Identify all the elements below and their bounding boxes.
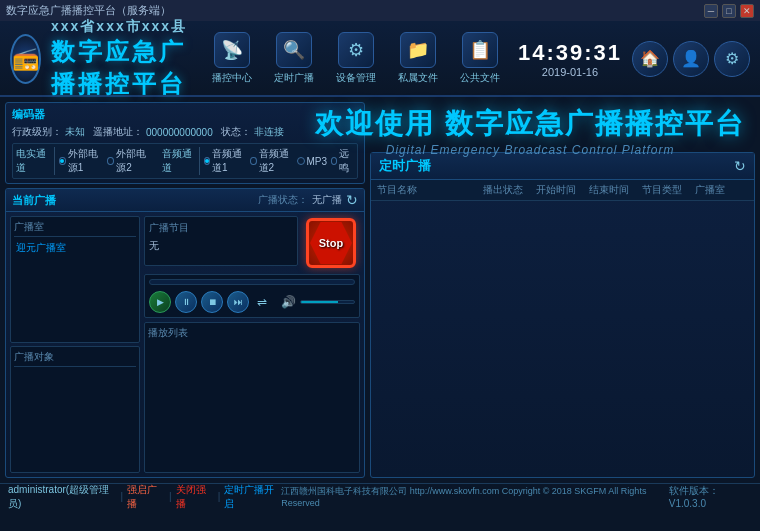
nav-label-private-files: 私属文件: [398, 71, 438, 85]
scheduled-box: 定时广播 ↻ 节目名称 播出状态 开始时间 结束时间 节目类型 广播室: [370, 152, 755, 478]
footer-center: 江西赣州国科电子科技有限公司 http://www.skovfn.com Cop…: [281, 485, 669, 508]
audio-ch1-label: 外部电源1: [68, 147, 104, 175]
repeat-icon[interactable]: ⇌: [257, 295, 267, 309]
footer-user: administrator(超级管理员): [8, 483, 117, 511]
scheduled-refresh-icon[interactable]: ↻: [734, 158, 746, 174]
program-stop-row: 广播节目 无 Stop: [144, 216, 360, 270]
header: 📻 xxx省xxx市xxx县 数字应急广播播控平台 📡 播控中心 🔍 定时广播 …: [0, 22, 760, 97]
sound-mp3-label: MP3: [307, 156, 328, 167]
broadcast-room-item[interactable]: 迎元广播室: [14, 240, 136, 256]
sound-ch2-label: 音频通道2: [259, 147, 293, 175]
radio-sound-ch1[interactable]: 音频通道1: [204, 147, 246, 175]
sound-channels-label: 音频通道: [162, 147, 200, 175]
header-logo: 📻 xxx省xxx市xxx县 数字应急广播播控平台: [10, 18, 204, 100]
welcome-subtitle: Digital Emergency Broadcast Control Plat…: [315, 143, 745, 157]
encoder-title: 编码器: [12, 107, 358, 122]
header-title-platform: 数字应急广播播控平台: [51, 36, 204, 100]
broadcast-title: 当前广播: [12, 193, 56, 208]
stop-container: Stop: [302, 216, 360, 270]
scheduled-title: 定时广播: [379, 157, 431, 175]
encoder-address-value: 000000000000: [146, 127, 213, 138]
footer-scheduled-status: 定时广播开启: [224, 483, 281, 511]
nav-label-device: 设备管理: [336, 71, 376, 85]
broadcast-box: 当前广播 广播状态： 无广播 ↻ 广播室 迎元广播室 广播对象: [5, 188, 365, 478]
footer-link1[interactable]: 强启广播: [127, 483, 165, 511]
broadcast-right: 广播节目 无 Stop: [144, 216, 360, 473]
nav-item-scheduled[interactable]: 🔍 定时广播: [266, 28, 322, 89]
broadcast-refresh-icon[interactable]: ↻: [346, 192, 358, 208]
volume-bar[interactable]: [300, 300, 355, 304]
right-panel: 定时广播 ↻ 节目名称 播出状态 开始时间 结束时间 节目类型 广播室: [370, 102, 755, 478]
user-button[interactable]: 👤: [673, 41, 709, 77]
radio-dot-sch2: [250, 157, 256, 165]
next-button[interactable]: ⏭: [227, 291, 249, 313]
close-button[interactable]: ✕: [740, 4, 754, 18]
scheduled-header: 定时广播 ↻: [371, 153, 754, 180]
playback-controls: ▶ ⏸ ⏹ ⏭ ⇌ 🔊: [149, 291, 355, 313]
program-box: 广播节目 无: [144, 216, 298, 266]
volume-icon: 🔊: [281, 295, 296, 309]
encoder-admin-level: 行政级别： 未知: [12, 125, 85, 139]
encoder-info-row: 行政级别： 未知 遥播地址： 000000000000 状态： 非连接: [12, 125, 358, 139]
radio-audio-ch1[interactable]: 外部电源1: [59, 147, 103, 175]
broadcast-content: 广播室 迎元广播室 广播对象 广播节目 无: [6, 212, 364, 477]
clock-time: 14:39:31: [518, 40, 622, 66]
broadcast-queue-panel: 广播对象: [10, 346, 140, 473]
footer-sep1: |: [121, 491, 124, 502]
encoder-status: 状态： 非连接: [221, 125, 284, 139]
radio-dot-mp3: [297, 157, 305, 165]
maximize-button[interactable]: □: [722, 4, 736, 18]
radio-dot-sch1: [204, 157, 210, 165]
progress-area: ▶ ⏸ ⏹ ⏭ ⇌ 🔊: [144, 274, 360, 318]
settings-button[interactable]: ⚙: [714, 41, 750, 77]
play-button[interactable]: ▶: [149, 291, 171, 313]
pause-button[interactable]: ⏸: [175, 291, 197, 313]
nav-item-public-files[interactable]: 📋 公共文件: [452, 28, 508, 89]
stop-hexagon-label: Stop: [310, 222, 352, 264]
playlist-box: 播放列表: [144, 322, 360, 473]
nav-item-broadcast-control[interactable]: 📡 播控中心: [204, 28, 260, 89]
stop-ctrl-button[interactable]: ⏹: [201, 291, 223, 313]
footer-version: 软件版本：V1.0.3.0: [669, 484, 752, 509]
col-header-start: 开始时间: [536, 183, 589, 197]
encoder-address: 遥播地址： 000000000000: [93, 125, 213, 139]
col-header-status: 播出状态: [483, 183, 536, 197]
encoder-channels: 电实通道 外部电源1 外部电源2 音频通道 音频通道1: [12, 143, 358, 179]
broadcast-left: 广播室 迎元广播室 广播对象: [10, 216, 140, 473]
stop-button[interactable]: Stop: [306, 218, 356, 268]
radio-dot-remote: [331, 157, 337, 165]
radio-dot-ch2: [107, 157, 114, 165]
audio-channels: 电实通道 外部电源1 外部电源2: [16, 147, 152, 175]
broadcast-queue-label: 广播对象: [14, 350, 136, 367]
clock-date: 2019-01-16: [542, 66, 598, 78]
footer-link2[interactable]: 关闭强播: [176, 483, 214, 511]
sound-ch1-label: 音频通道1: [212, 147, 246, 175]
radio-sound-ch2[interactable]: 音频通道2: [250, 147, 292, 175]
table-header: 节目名称 播出状态 开始时间 结束时间 节目类型 广播室: [371, 180, 754, 201]
nav-item-private-files[interactable]: 📁 私属文件: [390, 28, 446, 89]
minimize-button[interactable]: ─: [704, 4, 718, 18]
radio-sound-mp3[interactable]: MP3: [297, 156, 328, 167]
nav-item-device[interactable]: ⚙ 设备管理: [328, 28, 384, 89]
welcome-area: 欢迎使用 数字应急广播播控平台 Digital Emergency Broadc…: [315, 105, 745, 157]
broadcast-room-label: 广播室: [14, 220, 136, 237]
footer-sep2: |: [169, 491, 172, 502]
program-value: 无: [149, 239, 293, 253]
audio-channels-label: 电实通道: [16, 147, 55, 175]
broadcast-status-label: 广播状态：: [258, 193, 308, 207]
col-header-name: 节目名称: [377, 183, 483, 197]
volume-bar-fill: [301, 301, 338, 303]
broadcast-status-area: 广播状态： 无广播 ↻: [258, 192, 358, 208]
table-body: [371, 201, 754, 477]
home-button[interactable]: 🏠: [632, 41, 668, 77]
title-bar-text: 数字应急广播播控平台（服务端）: [6, 3, 171, 18]
radio-audio-ch2[interactable]: 外部电源2: [107, 147, 151, 175]
encoder-status-value: 非连接: [254, 125, 284, 139]
col-header-room: 广播室: [695, 183, 748, 197]
public-files-icon: 📋: [462, 32, 498, 68]
col-header-type: 节目类型: [642, 183, 695, 197]
left-panel: 编码器 行政级别： 未知 遥播地址： 000000000000 状态： 非连接 …: [5, 102, 365, 478]
scheduled-icon: 🔍: [276, 32, 312, 68]
nav-label-public-files: 公共文件: [460, 71, 500, 85]
welcome-title: 欢迎使用 数字应急广播播控平台: [315, 105, 745, 143]
